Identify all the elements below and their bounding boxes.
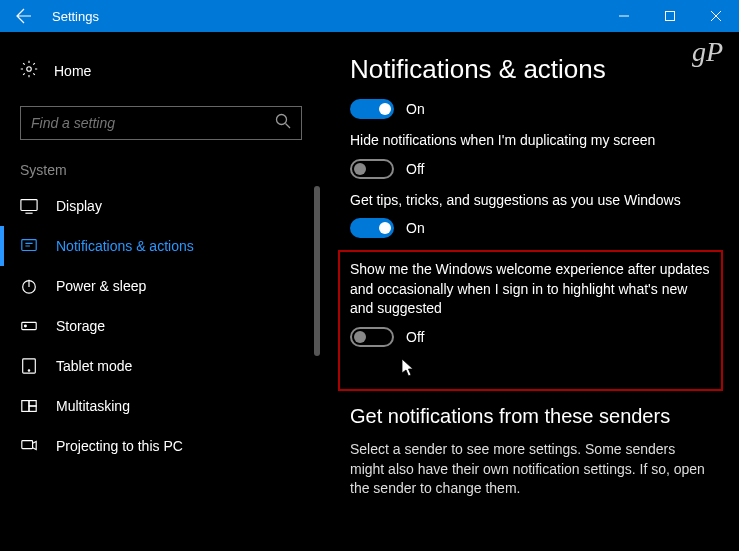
maximize-button[interactable] — [647, 0, 693, 32]
close-button[interactable] — [693, 0, 739, 32]
back-button[interactable] — [0, 0, 48, 32]
svg-rect-13 — [22, 441, 33, 449]
svg-point-2 — [277, 115, 287, 125]
sidebar-item-label: Power & sleep — [56, 278, 146, 294]
toggle-switch[interactable]: Off — [350, 159, 711, 179]
multitasking-icon — [20, 397, 38, 415]
gear-icon — [20, 60, 38, 82]
setting-row: On — [350, 99, 711, 119]
sidebar-item-multitasking[interactable]: Multitasking — [0, 386, 322, 426]
cursor-icon — [402, 359, 416, 381]
svg-rect-11 — [29, 401, 36, 406]
main-content: gP Notifications & actions On Hide notif… — [322, 32, 739, 551]
sidebar-item-display[interactable]: Display — [0, 186, 322, 226]
setting-row: Hide notifications when I'm duplicating … — [350, 131, 711, 179]
home-nav-item[interactable]: Home — [0, 50, 322, 92]
svg-point-9 — [28, 370, 29, 371]
search-box[interactable] — [20, 106, 302, 140]
sidebar-item-storage[interactable]: Storage — [0, 306, 322, 346]
home-label: Home — [54, 63, 91, 79]
tablet-icon — [20, 357, 38, 375]
toggle-switch[interactable]: On — [350, 218, 711, 238]
storage-icon — [20, 317, 38, 335]
toggle-track-off — [350, 159, 394, 179]
sidebar-item-label: Display — [56, 198, 102, 214]
titlebar: Settings — [0, 0, 739, 32]
sidebar-scrollbar[interactable] — [314, 186, 320, 356]
category-label: System — [0, 162, 322, 186]
sidebar-item-label: Storage — [56, 318, 105, 334]
nav-list: Display Notifications & actions Power & … — [0, 186, 322, 466]
search-icon — [275, 113, 291, 133]
toggle-state-label: Off — [406, 161, 424, 177]
section-description: Select a sender to see more settings. So… — [350, 440, 711, 499]
sidebar-item-power[interactable]: Power & sleep — [0, 266, 322, 306]
toggle-state-label: On — [406, 220, 425, 236]
window-controls — [601, 0, 739, 32]
projecting-icon — [20, 437, 38, 455]
sidebar-item-label: Multitasking — [56, 398, 130, 414]
search-input[interactable] — [31, 115, 271, 131]
svg-rect-4 — [22, 240, 36, 251]
setting-description: Get tips, tricks, and suggestions as you… — [350, 191, 711, 211]
sidebar: Home System Display Notifications & acti… — [0, 32, 322, 551]
sidebar-item-notifications[interactable]: Notifications & actions — [0, 226, 322, 266]
display-icon — [20, 197, 38, 215]
sidebar-item-projecting[interactable]: Projecting to this PC — [0, 426, 322, 466]
minimize-button[interactable] — [601, 0, 647, 32]
toggle-state-label: On — [406, 101, 425, 117]
svg-point-1 — [27, 67, 32, 72]
sidebar-item-tablet[interactable]: Tablet mode — [0, 346, 322, 386]
svg-point-7 — [25, 325, 27, 327]
watermark: gP — [692, 36, 723, 68]
svg-rect-12 — [29, 406, 36, 411]
notifications-icon — [20, 237, 38, 255]
sidebar-item-label: Notifications & actions — [56, 238, 194, 254]
toggle-track-on — [350, 218, 394, 238]
toggle-track-off — [350, 327, 394, 347]
toggle-state-label: Off — [406, 329, 424, 345]
svg-rect-10 — [22, 401, 29, 412]
sidebar-item-label: Projecting to this PC — [56, 438, 183, 454]
toggle-track-on — [350, 99, 394, 119]
section-heading: Get notifications from these senders — [350, 405, 711, 428]
page-title: Notifications & actions — [350, 54, 711, 85]
toggle-switch[interactable]: Off — [350, 327, 711, 347]
toggle-switch[interactable]: On — [350, 99, 711, 119]
sidebar-item-label: Tablet mode — [56, 358, 132, 374]
svg-rect-0 — [666, 12, 675, 21]
svg-rect-3 — [21, 200, 37, 211]
window-title: Settings — [52, 9, 601, 24]
highlighted-setting: Show me the Windows welcome experience a… — [338, 250, 723, 391]
setting-row: Get tips, tricks, and suggestions as you… — [350, 191, 711, 239]
setting-description: Show me the Windows welcome experience a… — [350, 260, 711, 319]
power-icon — [20, 277, 38, 295]
setting-description: Hide notifications when I'm duplicating … — [350, 131, 711, 151]
